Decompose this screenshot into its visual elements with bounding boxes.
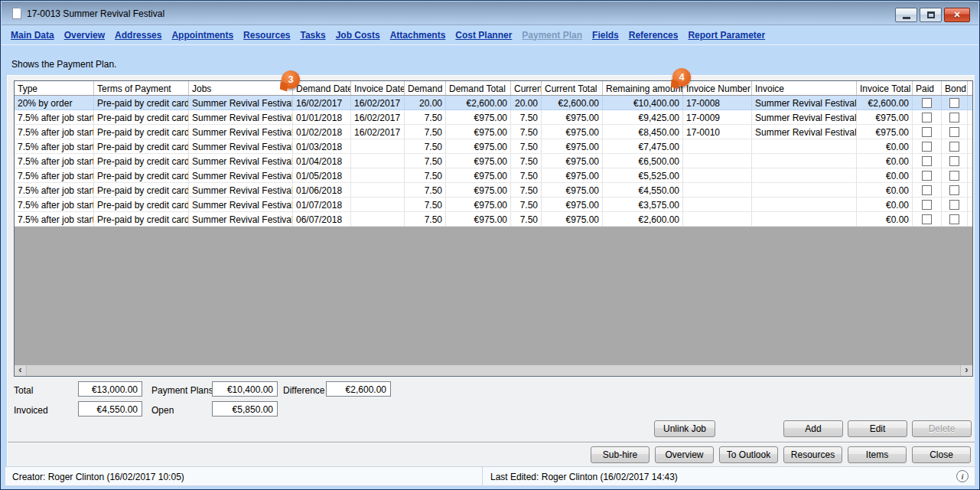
column-header-demand-total[interactable]: Demand Total bbox=[446, 81, 511, 95]
total-field[interactable]: €13,000.00 bbox=[78, 381, 142, 397]
cell-current: 7.50 bbox=[511, 154, 542, 168]
nav-link-tasks[interactable]: Tasks bbox=[300, 30, 325, 41]
open-field[interactable]: €5,850.00 bbox=[212, 401, 278, 416]
bond-checkbox[interactable] bbox=[949, 142, 959, 152]
paid-checkbox[interactable] bbox=[922, 200, 932, 210]
close-window-button[interactable]: ✕ bbox=[944, 8, 970, 22]
column-header-demand[interactable]: Demand bbox=[405, 81, 446, 95]
cell-demand-date: 01/07/2018 bbox=[293, 198, 351, 211]
nav-link-job-costs[interactable]: Job Costs bbox=[336, 30, 380, 41]
cell-demand-total: €975.00 bbox=[446, 198, 511, 211]
paid-checkbox[interactable] bbox=[922, 98, 932, 108]
bond-checkbox[interactable] bbox=[949, 200, 959, 210]
paid-checkbox[interactable] bbox=[922, 214, 932, 224]
scrollbar-thumb[interactable] bbox=[26, 365, 961, 376]
cell-demand-total: €975.00 bbox=[446, 154, 511, 168]
column-header-demand-date[interactable]: Demand Date bbox=[293, 81, 351, 95]
title-bar: 17-0013 Summer Revival Festival ✕ bbox=[2, 2, 978, 25]
cell-demand: 7.50 bbox=[405, 212, 446, 226]
paid-checkbox[interactable] bbox=[922, 142, 932, 152]
nav-link-main-data[interactable]: Main Data bbox=[11, 30, 54, 41]
cell-type: 20% by order bbox=[15, 96, 94, 109]
minimize-button[interactable] bbox=[895, 8, 917, 22]
column-header-invoice-number[interactable]: Invoice Number bbox=[683, 81, 752, 95]
nav-link-cost-planner[interactable]: Cost Planner bbox=[455, 30, 512, 41]
cell-terms-of-payment: Pre-paid by credit card bbox=[94, 154, 189, 168]
cell-paid bbox=[913, 110, 942, 124]
bond-checkbox[interactable] bbox=[949, 127, 959, 137]
table-row[interactable]: 7.5% after job startPre-paid by credit c… bbox=[15, 212, 972, 227]
table-row[interactable]: 7.5% after job startPre-paid by credit c… bbox=[15, 198, 972, 212]
cell-paid bbox=[913, 183, 942, 197]
nav-link-references[interactable]: References bbox=[629, 30, 679, 41]
table-row[interactable]: 7.5% after job startPre-paid by credit c… bbox=[15, 110, 972, 125]
bond-checkbox[interactable] bbox=[949, 113, 959, 122]
maximize-button[interactable] bbox=[920, 8, 942, 22]
unlink-job-button[interactable]: Unlink Job bbox=[654, 420, 715, 437]
bond-checkbox[interactable] bbox=[949, 98, 959, 108]
nav-link-attachments[interactable]: Attachments bbox=[390, 30, 446, 41]
cell-invoice: Summer Revival Festival bbox=[752, 125, 857, 139]
cell-type: 7.5% after job start bbox=[15, 212, 94, 226]
add-button[interactable]: Add bbox=[783, 420, 843, 437]
column-header-bond[interactable]: Bond bbox=[942, 81, 968, 95]
column-header-paid[interactable]: Paid bbox=[913, 81, 942, 95]
sub-hire-button[interactable]: Sub-hire bbox=[591, 446, 650, 463]
edit-button[interactable]: Edit bbox=[848, 420, 907, 437]
nav-link-appointments[interactable]: Appointments bbox=[171, 30, 233, 41]
table-row[interactable]: 7.5% after job startPre-paid by credit c… bbox=[15, 183, 972, 198]
page-description: Shows the Payment Plan. bbox=[11, 59, 116, 70]
bond-checkbox[interactable] bbox=[949, 185, 959, 195]
cell-type: 7.5% after job start bbox=[15, 154, 94, 168]
column-header-terms-of-payment[interactable]: Terms of Payment bbox=[94, 81, 189, 95]
column-header-current-total[interactable]: Current Total bbox=[542, 81, 603, 95]
scroll-left-arrow-icon[interactable]: ‹ bbox=[15, 365, 26, 376]
bond-checkbox[interactable] bbox=[949, 171, 959, 181]
column-header-invoice[interactable]: Invoice bbox=[752, 81, 857, 95]
column-header-current[interactable]: Current bbox=[511, 81, 542, 95]
resources-button[interactable]: Resources bbox=[783, 446, 842, 463]
bond-checkbox[interactable] bbox=[949, 214, 959, 224]
table-row[interactable]: 7.5% after job startPre-paid by credit c… bbox=[15, 154, 972, 168]
overview-button[interactable]: Overview bbox=[655, 446, 714, 463]
close-button[interactable]: Close bbox=[912, 446, 971, 463]
difference-field[interactable]: €2,600.00 bbox=[326, 381, 391, 397]
nav-link-resources[interactable]: Resources bbox=[243, 30, 290, 41]
paid-checkbox[interactable] bbox=[922, 185, 932, 195]
description-bar: Shows the Payment Plan. bbox=[2, 46, 978, 75]
nav-link-payment-plan[interactable]: Payment Plan bbox=[522, 30, 582, 41]
nav-link-report-parameter[interactable]: Report Parameter bbox=[688, 30, 765, 41]
paid-checkbox[interactable] bbox=[922, 171, 932, 181]
column-header-invoice-date[interactable]: Invoice Date bbox=[351, 81, 405, 95]
column-header-invoice-total[interactable]: Invoice Total bbox=[857, 81, 913, 95]
paid-checkbox[interactable] bbox=[922, 113, 932, 122]
cell-terms-of-payment: Pre-paid by credit card bbox=[94, 96, 189, 109]
table-row[interactable]: 7.5% after job startPre-paid by credit c… bbox=[15, 168, 972, 183]
payment-plans-field[interactable]: €10,400.00 bbox=[212, 381, 278, 397]
table-row[interactable]: 20% by orderPre-paid by credit cardSumme… bbox=[15, 96, 972, 110]
cell-current-total: €2,600.00 bbox=[542, 96, 603, 109]
table-row[interactable]: 7.5% after job startPre-paid by credit c… bbox=[15, 139, 972, 154]
invoiced-field[interactable]: €4,550.00 bbox=[78, 401, 142, 416]
items-button[interactable]: Items bbox=[848, 446, 907, 463]
table-row[interactable]: 7.5% after job startPre-paid by credit c… bbox=[15, 125, 972, 139]
cell-demand-date: 16/02/2017 bbox=[293, 96, 351, 109]
column-header-type[interactable]: Type bbox=[15, 81, 94, 95]
cell-invoice-number: 17-0010 bbox=[683, 125, 752, 139]
annotation-badge-3: 3 bbox=[282, 70, 300, 89]
bond-checkbox[interactable] bbox=[949, 156, 959, 166]
paid-checkbox[interactable] bbox=[922, 127, 932, 137]
nav-link-fields[interactable]: Fields bbox=[592, 30, 619, 41]
cell-invoice-number bbox=[683, 183, 752, 197]
cell-current: 7.50 bbox=[511, 212, 542, 226]
nav-link-addresses[interactable]: Addresses bbox=[115, 30, 161, 41]
horizontal-scrollbar[interactable]: ‹ › bbox=[15, 365, 972, 376]
row-filler bbox=[968, 212, 972, 226]
paid-checkbox[interactable] bbox=[922, 156, 932, 166]
to-outlook-button[interactable]: To Outlook bbox=[719, 446, 778, 463]
nav-link-overview[interactable]: Overview bbox=[64, 30, 105, 41]
info-icon[interactable]: i bbox=[956, 470, 969, 482]
cell-jobs: Summer Revival Festival bbox=[189, 96, 293, 109]
scroll-right-arrow-icon[interactable]: › bbox=[961, 365, 972, 376]
column-header-jobs[interactable]: Jobs bbox=[189, 81, 293, 95]
